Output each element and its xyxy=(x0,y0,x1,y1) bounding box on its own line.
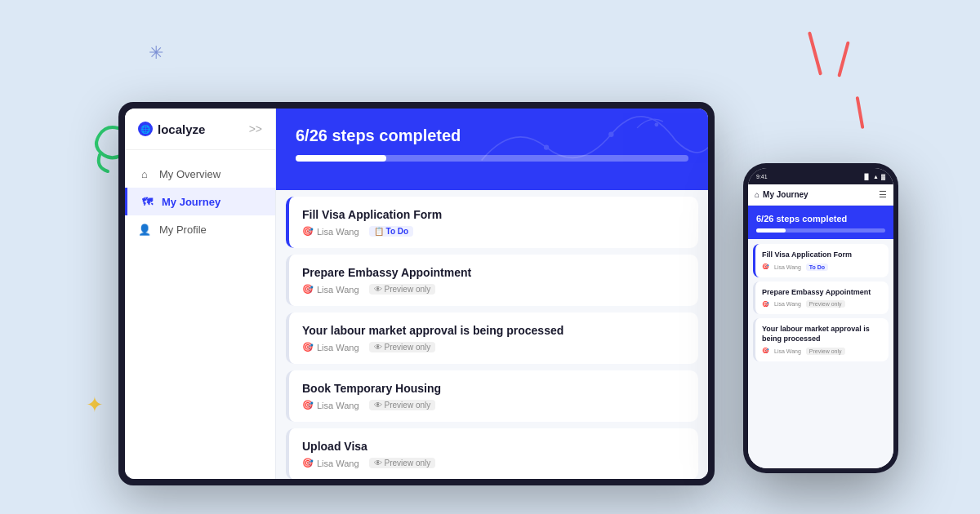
mobile-status-bar: 9:41 ▐▌ ▲ ▓ xyxy=(748,168,893,184)
task-item-3[interactable]: Book Temporary Housing 🎯 Lisa Wang 👁 Pre… xyxy=(286,370,698,422)
mobile-task-meta-0: 🎯 Lisa Wang To Do xyxy=(762,264,882,271)
task-meta-1: 🎯 Lisa Wang 👁 Preview only xyxy=(302,284,685,295)
svg-point-0 xyxy=(543,144,548,149)
mobile-home-icon: ⌂ xyxy=(755,190,760,199)
task-badge-0: 📋 To Do xyxy=(369,226,414,237)
task-list: Fill Visa Application Form 🎯 Lisa Wang 📋… xyxy=(276,190,708,479)
mobile-badge-2: Preview only xyxy=(806,348,845,355)
task-item-4[interactable]: Upload Visa 🎯 Lisa Wang 👁 Preview only xyxy=(286,428,698,479)
hamburger-button[interactable]: ☰ xyxy=(879,189,887,200)
task-assignee-2: 🎯 Lisa Wang xyxy=(302,342,359,352)
task-badge-4: 👁 Preview only xyxy=(369,458,436,468)
mobile-task-meta-2: 🎯 Lisa Wang Preview only xyxy=(762,348,882,355)
mobile-nav: ⌂ My Journey ☰ xyxy=(748,184,893,206)
sidebar-logo: 🌐 localyze >> xyxy=(125,122,275,150)
deco-star-1: ✦ xyxy=(86,392,104,418)
mobile-nav-title: ⌂ My Journey xyxy=(755,190,808,199)
sidebar-label-overview: My Overview xyxy=(159,168,220,180)
task-assignee-4: 🎯 Lisa Wang xyxy=(302,458,359,468)
tablet-inner: 🌐 localyze >> ⌂ My Overview 🗺 My Journey… xyxy=(125,109,708,479)
main-content: 6/26 steps completed Fill Visa Applicati… xyxy=(276,109,708,479)
avatar-icon-4: 🎯 xyxy=(302,458,314,468)
mobile-badge-1: Preview only xyxy=(806,300,845,308)
task-assignee-1: 🎯 Lisa Wang xyxy=(302,284,359,295)
mobile-progress-fill xyxy=(756,228,786,233)
mobile-avatar-1: 🎯 xyxy=(762,301,769,308)
preview-icon-4: 👁 xyxy=(374,459,382,467)
mobile-task-item-2[interactable]: Your labour market approval is being pro… xyxy=(753,318,889,361)
user-icon: 👤 xyxy=(138,223,151,236)
sidebar-item-overview[interactable]: ⌂ My Overview xyxy=(125,160,275,188)
progress-bar-fill xyxy=(296,155,386,162)
sidebar-item-journey[interactable]: 🗺 My Journey xyxy=(125,188,275,215)
mobile-time: 9:41 xyxy=(756,174,768,179)
mobile-badge-0: To Do xyxy=(806,264,828,271)
deco-line-1 xyxy=(808,31,822,75)
avatar-icon-3: 🎯 xyxy=(302,400,314,410)
mobile-inner: 9:41 ▐▌ ▲ ▓ ⌂ My Journey ☰ 6/26 steps co… xyxy=(748,168,893,468)
task-meta-3: 🎯 Lisa Wang 👁 Preview only xyxy=(302,400,685,410)
progress-bar xyxy=(296,155,688,162)
mobile-task-item-0[interactable]: Fill Visa Application Form 🎯 Lisa Wang T… xyxy=(753,244,889,277)
home-icon: ⌂ xyxy=(138,167,151,180)
sidebar-item-profile[interactable]: 👤 My Profile xyxy=(125,215,275,243)
deco-line-3 xyxy=(856,96,865,129)
map-icon: 🗺 xyxy=(140,195,154,208)
task-title-1: Prepare Embassy Appointment xyxy=(302,266,685,279)
todo-icon-0: 📋 xyxy=(374,227,384,236)
task-item-2[interactable]: Your labour market approval is being pro… xyxy=(286,312,698,364)
mobile-avatar-0: 🎯 xyxy=(762,264,769,270)
preview-icon-1: 👁 xyxy=(374,285,382,294)
avatar-icon-2: 🎯 xyxy=(302,342,314,352)
collapse-button[interactable]: >> xyxy=(249,122,262,135)
task-title-0: Fill Visa Application Form xyxy=(302,208,685,221)
header-banner: 6/26 steps completed xyxy=(276,109,708,190)
battery-icon: ▓ xyxy=(881,174,885,179)
mobile-task-meta-1: 🎯 Lisa Wang Preview only xyxy=(762,300,882,308)
deco-line-2 xyxy=(837,41,850,78)
mobile-task-title-0: Fill Visa Application Form xyxy=(762,250,882,260)
task-item-1[interactable]: Prepare Embassy Appointment 🎯 Lisa Wang … xyxy=(286,255,698,306)
mobile-avatar-2: 🎯 xyxy=(762,348,769,354)
task-title-2: Your labour market approval is being pro… xyxy=(302,324,685,337)
sidebar-nav: ⌂ My Overview 🗺 My Journey 👤 My Profile xyxy=(125,150,275,253)
task-meta-4: 🎯 Lisa Wang 👁 Preview only xyxy=(302,458,685,468)
task-assignee-0: 🎯 Lisa Wang xyxy=(302,226,359,237)
task-badge-1: 👁 Preview only xyxy=(369,284,436,295)
task-badge-2: 👁 Preview only xyxy=(369,342,436,352)
sidebar-label-journey: My Journey xyxy=(162,196,220,208)
mobile-task-title-1: Prepare Embassy Appointment xyxy=(762,288,882,298)
task-meta-0: 🎯 Lisa Wang 📋 To Do xyxy=(302,226,685,237)
mobile-task-item-1[interactable]: Prepare Embassy Appointment 🎯 Lisa Wang … xyxy=(753,281,889,315)
sidebar-label-profile: My Profile xyxy=(159,224,207,236)
mobile-header-banner: 6/26 steps completed xyxy=(748,206,893,239)
sidebar: 🌐 localyze >> ⌂ My Overview 🗺 My Journey… xyxy=(125,109,276,479)
task-assignee-3: 🎯 Lisa Wang xyxy=(302,400,359,410)
task-title-4: Upload Visa xyxy=(302,440,685,453)
task-item-0[interactable]: Fill Visa Application Form 🎯 Lisa Wang 📋… xyxy=(286,197,698,248)
task-badge-3: 👁 Preview only xyxy=(369,400,436,410)
mobile-progress-bar xyxy=(756,228,885,233)
avatar-icon-0: 🎯 xyxy=(302,226,314,237)
avatar-icon-1: 🎯 xyxy=(302,284,314,295)
mobile-task-title-2: Your labour market approval is being pro… xyxy=(762,325,882,343)
mobile-progress-title: 6/26 steps completed xyxy=(756,214,885,224)
deco-asterisk: ✳ xyxy=(149,42,163,64)
mobile-task-list: Fill Visa Application Form 🎯 Lisa Wang T… xyxy=(748,239,893,468)
mobile-mockup: 9:41 ▐▌ ▲ ▓ ⌂ My Journey ☰ 6/26 steps co… xyxy=(743,163,898,473)
tablet-mockup: 🌐 localyze >> ⌂ My Overview 🗺 My Journey… xyxy=(118,102,715,485)
signal-icon: ▐▌ xyxy=(862,174,871,179)
progress-title: 6/26 steps completed xyxy=(296,126,688,145)
globe-icon: 🌐 xyxy=(138,122,153,136)
mobile-status-icons: ▐▌ ▲ ▓ xyxy=(862,174,885,179)
app-name: localyze xyxy=(158,122,205,136)
app-logo: 🌐 localyze xyxy=(138,122,205,136)
task-meta-2: 🎯 Lisa Wang 👁 Preview only xyxy=(302,342,685,352)
task-title-3: Book Temporary Housing xyxy=(302,382,685,395)
preview-icon-3: 👁 xyxy=(374,401,382,410)
wifi-icon: ▲ xyxy=(873,174,879,179)
preview-icon-2: 👁 xyxy=(374,343,382,352)
